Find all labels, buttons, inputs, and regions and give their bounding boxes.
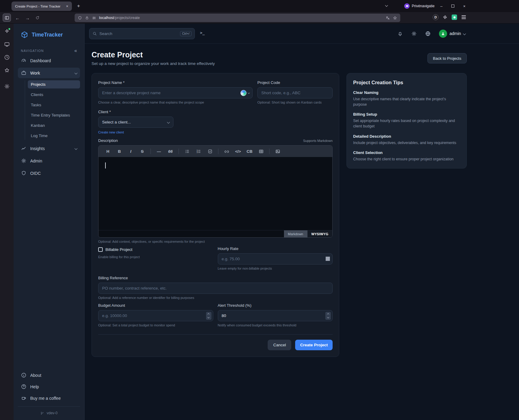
budget-stepper[interactable] xyxy=(206,312,211,320)
project-name-help: Choose a clear, descriptive project name… xyxy=(98,101,253,104)
description-label: Description xyxy=(98,138,118,143)
billable-checkbox[interactable] xyxy=(98,247,103,252)
emoji-picker-button[interactable] xyxy=(240,89,250,96)
connection-lock-icon[interactable] xyxy=(85,16,89,20)
reload-button[interactable] xyxy=(34,14,41,21)
link-icon[interactable] xyxy=(221,146,232,157)
tab-markdown[interactable]: Markdown xyxy=(284,230,307,237)
task-list-icon[interactable] xyxy=(204,146,216,157)
sidebar-toggle-button[interactable] xyxy=(3,14,11,22)
sidebar-item-work[interactable]: Work xyxy=(18,68,80,78)
sidebar-item-about[interactable]: About xyxy=(18,370,80,380)
sidebar-item-label: Work xyxy=(30,71,40,75)
heading-icon[interactable]: H xyxy=(102,146,114,157)
hourly-rate-spinner[interactable] xyxy=(326,257,330,261)
history-clock-icon[interactable] xyxy=(3,53,11,62)
create-new-client-link[interactable]: Create new client xyxy=(98,130,124,134)
tab-wysiwyg[interactable]: WYSIWYG xyxy=(307,230,333,237)
maximize-button[interactable] xyxy=(447,0,459,12)
menu-hamburger-icon[interactable] xyxy=(461,14,466,20)
search-input[interactable] xyxy=(99,31,178,36)
project-name-input[interactable] xyxy=(98,87,253,98)
billable-help: Enable billing for this project xyxy=(98,255,213,259)
sidebar-item-oidc[interactable]: OIDC xyxy=(18,168,80,178)
ordered-list-icon[interactable]: 123 xyxy=(193,146,204,157)
forward-button[interactable]: → xyxy=(24,14,31,21)
url-bar[interactable]: localhost/projects/create xyxy=(75,14,400,22)
alert-threshold-stepper[interactable] xyxy=(325,312,331,320)
browser-tab[interactable]: Create Project - Time Tracker × xyxy=(11,2,72,11)
sidebar-item-insights[interactable]: Insights xyxy=(18,143,80,154)
sidebar-subitem-clients[interactable]: Clients xyxy=(28,91,80,99)
extension-green-icon[interactable] xyxy=(452,14,457,20)
horizontal-rule-icon[interactable]: — xyxy=(153,146,165,157)
sidebar-subitem-tasks[interactable]: Tasks xyxy=(28,101,80,109)
tracking-shield-icon[interactable] xyxy=(78,16,82,20)
synced-tabs-icon[interactable] xyxy=(3,40,11,49)
cancel-button[interactable]: Cancel xyxy=(268,340,291,350)
editor-mode-tabs: Markdown WYSIWYG xyxy=(98,230,332,237)
back-to-projects-button[interactable]: Back to Projects xyxy=(427,53,467,63)
image-icon[interactable] xyxy=(272,146,283,157)
url-host: localhost xyxy=(99,16,114,20)
hourly-rate-input[interactable] xyxy=(218,253,333,265)
sidebar-subitem-projects[interactable]: Projects xyxy=(28,80,80,88)
global-search[interactable]: Ctrl+/ xyxy=(89,28,195,39)
budget-amount-input[interactable] xyxy=(98,310,213,321)
italic-icon[interactable]: I xyxy=(125,146,137,157)
table-icon[interactable] xyxy=(255,146,267,157)
tab-title: Create Project - Time Tracker xyxy=(15,5,63,8)
strikethrough-icon[interactable]: S xyxy=(137,146,148,157)
inline-code-icon[interactable]: </> xyxy=(232,146,244,157)
browser-toolbar: ← → localhost/projects/create D xyxy=(0,12,519,24)
permissions-icon[interactable] xyxy=(92,16,96,20)
search-shortcut-badge: Ctrl+/ xyxy=(180,31,192,36)
sidebar-subitem-time-entry-templates[interactable]: Time Entry Templates xyxy=(28,111,80,119)
bookmark-star-icon[interactable] xyxy=(393,16,397,20)
bold-icon[interactable]: B xyxy=(114,146,125,157)
editor-content-area[interactable] xyxy=(98,157,332,230)
gear-icon xyxy=(21,158,27,164)
ai-sparkle-icon[interactable] xyxy=(3,27,11,36)
code-block-icon[interactable]: CB xyxy=(244,146,255,157)
notifications-bell-icon[interactable] xyxy=(397,31,403,37)
bookmarks-star-icon[interactable] xyxy=(3,66,11,75)
new-tab-button[interactable]: + xyxy=(75,2,82,10)
alert-threshold-input[interactable] xyxy=(218,310,333,321)
tab-list-chevron-icon[interactable] xyxy=(385,4,388,7)
sidebar-subitem-kanban[interactable]: Kanban xyxy=(28,121,80,130)
translate-icon[interactable] xyxy=(385,16,390,20)
close-button[interactable]: × xyxy=(459,0,470,12)
sidebar-item-help[interactable]: Help xyxy=(18,381,80,392)
sidebar-item-dashboard[interactable]: Dashboard xyxy=(18,55,80,66)
app-logo[interactable]: TimeTracker xyxy=(14,24,84,40)
blockquote-icon[interactable]: 66 xyxy=(165,146,176,157)
sidebar-collapse-button[interactable]: « xyxy=(74,48,77,53)
create-project-button[interactable]: Create Project xyxy=(295,340,333,350)
strip-settings-gear-icon[interactable] xyxy=(3,82,11,91)
settings-gear-icon[interactable] xyxy=(411,31,417,37)
sidebar-subitem-log-time[interactable]: Log Time xyxy=(28,132,80,140)
url-text[interactable]: localhost/projects/create xyxy=(99,16,383,20)
svg-text:3: 3 xyxy=(197,152,198,153)
extensions-puzzle-icon[interactable] xyxy=(443,15,448,20)
project-code-input[interactable] xyxy=(257,87,333,98)
hourly-rate-help: Leave empty for non-billable projects xyxy=(218,267,333,270)
sidebar-item-label: Help xyxy=(30,384,39,389)
bullet-list-icon[interactable] xyxy=(181,146,193,157)
sidebar-item-label: Buy me a coffee xyxy=(30,396,61,401)
language-globe-icon[interactable] xyxy=(425,31,431,37)
command-terminal-icon[interactable]: >_ xyxy=(200,30,205,35)
client-select[interactable]: Select a client... xyxy=(98,117,173,128)
billing-reference-input[interactable] xyxy=(98,283,333,294)
tab-close-icon[interactable]: × xyxy=(65,4,69,9)
dashboard-icon xyxy=(21,58,27,63)
create-project-form-card: Project Name * Choose a clear, descripti… xyxy=(92,73,339,357)
sidebar-item-buy-me-a-coffee[interactable]: Buy me a coffee xyxy=(18,393,80,403)
user-menu[interactable]: admin xyxy=(439,30,466,38)
minimize-button[interactable]: – xyxy=(436,0,447,12)
back-button[interactable]: ← xyxy=(14,14,21,21)
description-editor[interactable]: H B I S — 66 123 </> CB xyxy=(98,145,333,238)
sidebar-item-admin[interactable]: Admin xyxy=(18,155,80,166)
extension-d-icon[interactable]: D xyxy=(433,14,439,20)
